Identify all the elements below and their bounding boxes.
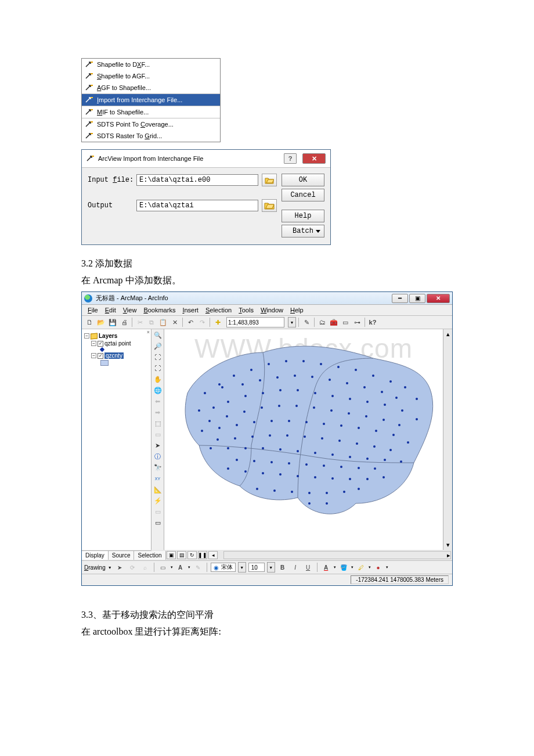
select-elements-icon[interactable]: ➤	[153, 441, 163, 450]
browse-output-button[interactable]	[262, 199, 277, 212]
menu-file[interactable]: File	[85, 306, 100, 314]
select-features-icon[interactable]: ⬚	[153, 419, 163, 428]
menu-shapefile-to-dxf[interactable]: Shapefile to DXF...	[82, 59, 220, 70]
close-button[interactable]: ✕	[427, 294, 450, 303]
delete-icon[interactable]: ✕	[169, 317, 180, 327]
menu-help[interactable]: Help	[288, 306, 306, 314]
menu-sdts-point-to-coverage[interactable]: SDTS Point To Coverage...	[82, 118, 220, 130]
measure-icon[interactable]: 📐	[153, 485, 163, 494]
layer-visibility-checkbox[interactable]: ✓	[98, 353, 103, 359]
add-data-icon[interactable]: ✚	[212, 317, 223, 327]
menu-import-from-interchange[interactable]: Import from Interchange File...	[82, 94, 220, 106]
font-name-dropdown[interactable]: ▼	[238, 562, 246, 573]
map-canvas[interactable]: WWW.bdocx.com	[164, 329, 443, 550]
batch-button[interactable]: Batch	[282, 225, 324, 237]
menu-edit[interactable]: Edit	[103, 306, 118, 314]
input-file-field[interactable]	[136, 174, 258, 186]
scroll-down-icon[interactable]: ▾	[446, 541, 450, 549]
underline-icon[interactable]: U	[303, 562, 313, 573]
redo-icon[interactable]: ↷	[197, 317, 207, 327]
toc-layers-root[interactable]: − Layers	[84, 333, 149, 339]
editor-toolbar-icon[interactable]: ✎	[301, 317, 312, 327]
command-line-icon[interactable]: ▭	[340, 317, 351, 327]
identify-icon[interactable]: ⓘ	[153, 452, 163, 461]
minimize-button[interactable]: ━	[392, 294, 408, 303]
italic-icon[interactable]: I	[290, 562, 301, 573]
open-icon[interactable]: 📂	[96, 317, 106, 327]
zoom-in-icon[interactable]: 🔍	[153, 330, 163, 340]
cancel-button[interactable]: Cancel	[282, 189, 324, 201]
scroll-right-icon[interactable]: ▸	[447, 552, 450, 559]
cut-icon[interactable]: ✂	[135, 317, 145, 327]
collapse-icon[interactable]: −	[84, 333, 89, 339]
paste-icon[interactable]: 📋	[158, 317, 168, 327]
marker-color-icon[interactable]: ●	[373, 562, 384, 573]
scroll-left-icon[interactable]: ◂	[208, 551, 218, 559]
collapse-icon[interactable]: −	[91, 353, 96, 358]
copy-icon[interactable]: ⧉	[146, 317, 157, 327]
tab-source[interactable]: Source	[109, 551, 135, 560]
menu-bookmarks[interactable]: Bookmarks	[141, 306, 178, 314]
ok-button[interactable]: OK	[282, 174, 324, 186]
browse-input-button[interactable]	[262, 174, 277, 186]
bold-icon[interactable]: B	[277, 562, 288, 573]
menu-insert[interactable]: Insert	[180, 306, 201, 314]
print-icon[interactable]: 🖨	[119, 317, 129, 327]
menu-window[interactable]: Window	[258, 306, 286, 314]
scroll-up-icon[interactable]: ▴	[446, 330, 450, 338]
font-size-select[interactable]: 10	[248, 563, 265, 572]
arccatalog-icon[interactable]: 🗂	[317, 317, 327, 327]
go-to-xy-icon[interactable]: XY	[153, 474, 163, 483]
whats-this-icon[interactable]: k?	[367, 317, 378, 327]
arctoolbox-icon[interactable]: 🧰	[329, 317, 339, 327]
menu-tools[interactable]: Tools	[236, 306, 256, 314]
menu-selection[interactable]: Selection	[203, 306, 234, 314]
zoom-out-icon[interactable]: 🔎	[153, 341, 163, 351]
hyperlink-icon[interactable]: ⚡	[153, 496, 163, 505]
output-field[interactable]	[136, 200, 258, 211]
fixed-zoom-out-icon[interactable]: ⛶	[153, 363, 163, 373]
toc-layer-qztai-point[interactable]: − ✓ qztai point	[91, 340, 149, 347]
text-tool-icon[interactable]: A	[175, 562, 186, 573]
layout-view-icon[interactable]: ▤	[177, 551, 186, 559]
menu-mif-to-shapefile[interactable]: MIF to Shapefile...	[82, 106, 220, 118]
help-button[interactable]: Help	[282, 210, 324, 222]
rectangle-shape-icon[interactable]: ▭	[158, 562, 168, 573]
menu-agf-to-shapefile[interactable]: AGF to Shapefile...	[82, 82, 220, 93]
zoom-to-selected-icon[interactable]: ⌕	[140, 562, 150, 573]
clear-selection-icon[interactable]: ▭	[153, 430, 163, 439]
fixed-zoom-in-icon[interactable]: ⛶	[153, 352, 163, 362]
rotate-icon[interactable]: ⟳	[127, 562, 138, 573]
fill-color-icon[interactable]: 🪣	[338, 562, 349, 573]
tab-selection[interactable]: Selection	[134, 551, 165, 560]
pan-icon[interactable]: ✋	[153, 375, 163, 384]
find-icon[interactable]: 🔭	[153, 463, 163, 472]
html-popup-icon[interactable]: ▭	[153, 507, 163, 516]
font-color-icon[interactable]: A	[321, 562, 331, 573]
scale-input[interactable]: 1:1,483,893	[226, 317, 284, 327]
toc-layer-qzcnty[interactable]: − ✓ qzcnty	[91, 352, 149, 359]
undo-icon[interactable]: ↶	[185, 317, 196, 327]
horizontal-scrollbar[interactable]: ▸	[223, 551, 451, 559]
model-builder-icon[interactable]: ⊶	[352, 317, 362, 327]
prev-extent-icon[interactable]: ⬅	[153, 397, 163, 406]
maximize-button[interactable]: ▣	[409, 294, 425, 303]
select-elements-icon[interactable]: ➤	[114, 562, 125, 573]
menu-sdts-raster-to-grid[interactable]: SDTS Raster To Grid...	[82, 130, 220, 142]
dialog-close-button[interactable]: ✕	[302, 153, 326, 164]
vertical-scrollbar[interactable]: ▴ ▾	[443, 329, 452, 550]
font-name-select[interactable]: ◉宋体	[211, 563, 236, 572]
drawing-menu-dropdown[interactable]: ▼	[108, 566, 112, 570]
full-extent-icon[interactable]: 🌐	[153, 386, 163, 395]
menu-shapefile-to-agf[interactable]: Shapefile to AGF...	[82, 70, 220, 82]
font-size-dropdown[interactable]: ▼	[267, 562, 275, 573]
data-view-icon[interactable]: ▣	[167, 551, 176, 559]
tab-display[interactable]: Display	[82, 551, 109, 560]
dialog-help-icon[interactable]: ?	[284, 153, 297, 164]
menu-view[interactable]: View	[121, 306, 139, 314]
line-color-icon[interactable]: 🖊	[356, 562, 366, 573]
pause-drawing-icon[interactable]: ❚❚	[198, 551, 207, 559]
new-icon[interactable]: 🗋	[84, 317, 95, 327]
refresh-icon[interactable]: ↻	[187, 551, 197, 559]
viewer-window-icon[interactable]: ▭	[153, 518, 163, 527]
